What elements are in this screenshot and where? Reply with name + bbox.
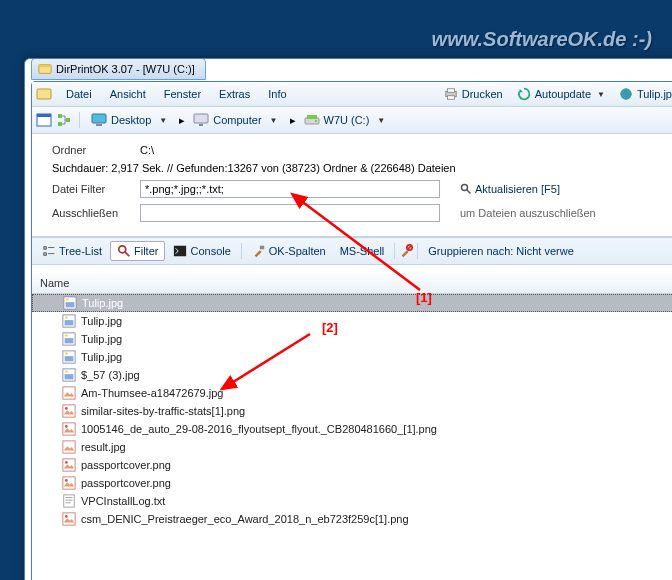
table-row[interactable]: Tulip.jpg (32, 312, 672, 330)
refresh-icon (517, 87, 531, 101)
table-row[interactable]: 1005146_de_auto_29-08-2016_flyoutsept_fl… (32, 420, 672, 438)
magnify-refresh-icon (460, 183, 472, 195)
app-window: DirPrintOK 3.07 - [W7U (C:)] Datei Ansic… (24, 58, 672, 580)
site-link-text: www.SoftwareOK.de :-) (432, 28, 652, 51)
table-row[interactable]: $_57 (3).jpg (32, 366, 672, 384)
grid-header-name[interactable]: Name (32, 273, 672, 294)
svg-rect-28 (65, 320, 74, 325)
svg-point-38 (65, 370, 68, 373)
breadcrumb-bar: Desktop ▼ ▸ Computer ▼ ▸ W7U (C:) ▼ (32, 107, 672, 134)
svg-point-43 (65, 425, 68, 428)
menu-datei[interactable]: Datei (58, 86, 100, 102)
filter-input[interactable] (140, 180, 440, 198)
crumb-drive[interactable]: W7U (C:) ▼ (300, 110, 394, 130)
table-row[interactable]: VPCInstallLog.txt (32, 492, 672, 510)
globe-icon (619, 87, 633, 101)
svg-rect-25 (66, 302, 75, 307)
ordner-value: C:\ (140, 144, 154, 156)
file-name: Tulip.jpg (81, 333, 122, 345)
svg-point-19 (462, 185, 468, 191)
table-row[interactable]: Tulip.jpg (32, 294, 672, 312)
table-row[interactable]: Tulip.jpg (32, 330, 672, 348)
table-row[interactable]: passportcover.png (32, 474, 672, 492)
svg-rect-40 (63, 405, 75, 417)
file-grid: Tulip.jpgTulip.jpgTulip.jpgTulip.jpg$_57… (32, 294, 672, 528)
printer-icon (444, 87, 458, 101)
tab-console[interactable]: Console (167, 242, 236, 260)
svg-point-29 (65, 316, 68, 319)
svg-rect-21 (174, 246, 186, 257)
chevron-down-icon[interactable]: ▼ (159, 116, 167, 125)
svg-rect-8 (37, 114, 51, 117)
svg-point-35 (65, 352, 68, 355)
svg-point-51 (65, 515, 68, 518)
file-name: passportcover.png (81, 459, 171, 471)
chevron-right-icon[interactable]: ▸ (290, 114, 296, 127)
tree-icon[interactable] (56, 112, 72, 128)
file-name: VPCInstallLog.txt (81, 495, 165, 507)
exclude-input[interactable] (140, 204, 440, 222)
group-by-control[interactable]: Gruppieren nach: Nicht verwe (422, 243, 579, 259)
svg-rect-17 (307, 115, 317, 119)
tab-filter[interactable]: Filter (110, 241, 165, 261)
svg-rect-15 (199, 124, 203, 126)
crumb-computer[interactable]: Computer ▼ (189, 110, 285, 130)
hammer-icon (252, 244, 266, 258)
group-by-label: Gruppieren nach: (428, 245, 513, 257)
svg-point-20 (119, 246, 126, 253)
svg-point-46 (65, 461, 68, 464)
tab-ok-spalten[interactable]: OK-Spalten (246, 242, 332, 260)
hammer-forbidden-icon[interactable] (399, 244, 413, 258)
svg-rect-2 (37, 89, 51, 99)
window-icon[interactable] (36, 112, 52, 128)
window-titlebar[interactable]: DirPrintOK 3.07 - [W7U (C:)] (31, 58, 206, 80)
tab-treelist[interactable]: Tree-List (36, 242, 108, 260)
menu-fenster[interactable]: Fenster (156, 86, 209, 102)
file-name: Tulip.jpg (81, 351, 122, 363)
desktop-icon (91, 112, 107, 128)
table-row[interactable]: result.jpg (32, 438, 672, 456)
menu-info[interactable]: Info (260, 86, 294, 102)
svg-rect-44 (63, 441, 75, 453)
svg-point-32 (65, 334, 68, 337)
chevron-down-icon[interactable]: ▼ (377, 116, 385, 125)
refresh-action[interactable]: Aktualisieren [F5] (460, 183, 560, 195)
crumb-desktop-label: Desktop (111, 114, 151, 126)
table-row[interactable]: passportcover.png (32, 456, 672, 474)
svg-rect-39 (63, 387, 75, 399)
tulip-label: Tulip.jp (637, 88, 672, 100)
svg-rect-4 (447, 89, 454, 93)
table-row[interactable]: Am-Thumsee-a18472679.jpg (32, 384, 672, 402)
table-row[interactable]: csm_DENIC_Preistraeger_eco_Award_2018_n_… (32, 510, 672, 528)
svg-point-18 (315, 120, 317, 122)
svg-rect-10 (58, 122, 62, 126)
file-name: passportcover.png (81, 477, 171, 489)
chevron-right-icon[interactable]: ▸ (179, 114, 185, 127)
svg-rect-34 (65, 356, 74, 361)
svg-point-48 (65, 479, 68, 482)
svg-rect-37 (65, 374, 74, 379)
crumb-desktop[interactable]: Desktop ▼ (87, 110, 175, 130)
svg-rect-22 (260, 246, 264, 250)
svg-rect-50 (63, 513, 75, 525)
tulip-button[interactable]: Tulip.jp (613, 85, 672, 103)
table-row[interactable]: similar-sites-by-traffic-stats[1].png (32, 402, 672, 420)
suchdauer-text: Suchdauer: 2,917 Sek. // Gefunden:13267 … (52, 162, 456, 174)
exclude-hint: um Dateien auszuschließen (460, 207, 596, 219)
menu-ansicht[interactable]: Ansicht (102, 86, 154, 102)
file-name: Tulip.jpg (81, 315, 122, 327)
tab-ms-shell[interactable]: MS-Shell (334, 243, 391, 259)
window-title: DirPrintOK 3.07 - [W7U (C:)] (56, 63, 195, 75)
table-row[interactable]: Tulip.jpg (32, 348, 672, 366)
window-body: Datei Ansicht Fenster Extras Info Drucke… (31, 81, 672, 580)
ordner-label: Ordner (52, 144, 132, 156)
chevron-down-icon[interactable]: ▼ (270, 116, 278, 125)
print-button[interactable]: Drucken (438, 85, 509, 103)
app-icon (38, 62, 52, 76)
svg-point-26 (66, 298, 69, 301)
menu-extras[interactable]: Extras (211, 86, 258, 102)
autoupdate-button[interactable]: Autoupdate ▼ (511, 85, 611, 103)
exclude-label: Ausschließen (52, 207, 132, 219)
console-icon (173, 244, 187, 258)
magnify-icon (117, 244, 131, 258)
